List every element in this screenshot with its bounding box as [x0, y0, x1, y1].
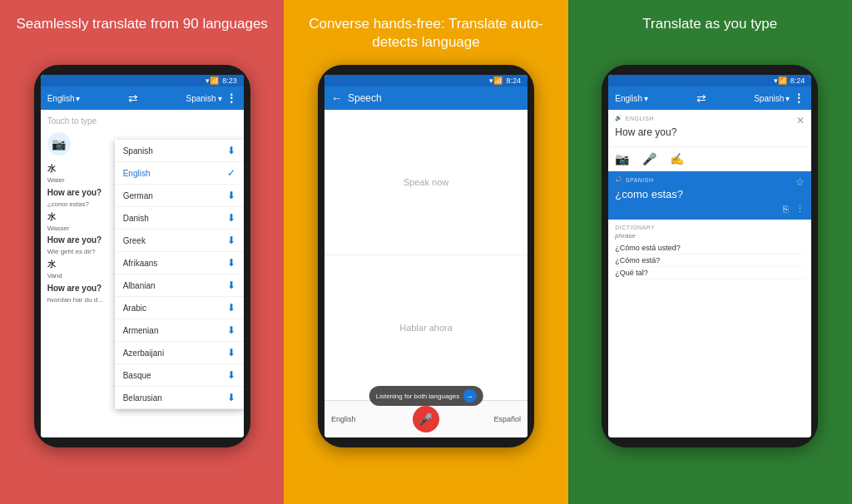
- panel-yellow: Converse hands-free: Translate auto-dete…: [284, 0, 567, 504]
- toolbar-3: English ▾ ⇄ Spanish ▾ ⋮: [608, 86, 811, 110]
- close-button[interactable]: ✕: [796, 115, 805, 126]
- speaker-icon-spanish: 🔊: [615, 176, 623, 183]
- dict-phrase: phrase: [615, 232, 805, 240]
- download-icon-armenian: ⬇: [227, 324, 235, 336]
- lang-tab-espanol[interactable]: Español: [493, 415, 521, 423]
- phone-1: ▾📶 8:23 English ▾ ⇄ Spanish ▾ ⋮: [34, 65, 250, 447]
- speech-toolbar: ← Speech: [324, 86, 528, 110]
- dropdown-item-basque[interactable]: Basque ⬇: [115, 364, 244, 387]
- handwriting-action-icon[interactable]: ✍: [670, 152, 684, 166]
- download-icon-azerbaijani: ⬇: [227, 347, 235, 358]
- dropdown-item-german[interactable]: German ⬇: [115, 185, 244, 207]
- panel3-title: Translate as you type: [642, 15, 777, 53]
- status-bar-3: ▾📶 8:24: [608, 75, 811, 86]
- speaker-icon-english: 🔊: [615, 115, 623, 121]
- toolbar-lang-from-3[interactable]: English ▾: [615, 94, 648, 103]
- dropdown-item-belarusian[interactable]: Belarusian ⬇: [115, 387, 244, 409]
- star-button[interactable]: ☆: [795, 176, 805, 188]
- speech-body: Speak now Hablar ahora: [324, 110, 528, 400]
- toolbar-swap-1[interactable]: ⇄: [83, 91, 182, 105]
- spanish-section: 🔊 SPANISH ☆ ¿como estas? ⎘ ⋮: [608, 171, 811, 220]
- toolbar-lang-to-1[interactable]: Spanish ▾: [186, 94, 222, 103]
- phone-1-screen: ▾📶 8:23 English ▾ ⇄ Spanish ▾ ⋮: [41, 75, 244, 437]
- speech-bottom-bar: Listening for both languages → English 🎤…: [324, 400, 528, 437]
- action-icons: 📷 🎤 ✍: [608, 147, 811, 171]
- dropdown-item-arabic[interactable]: Arabic ⬇: [115, 297, 244, 319]
- download-icon-danish: ⬇: [227, 212, 235, 224]
- language-dropdown[interactable]: Spanish ⬇ English ✓ German ⬇ Danish ⬇: [115, 140, 244, 409]
- download-icon-german: ⬇: [227, 190, 235, 201]
- status-time-1: 8:23: [222, 77, 237, 85]
- toolbar-more-3[interactable]: ⋮: [793, 91, 805, 105]
- dropdown-arrow-to-1: ▾: [218, 94, 222, 103]
- panel-red: Seamlessly translate from 90 languages ▾…: [0, 0, 284, 504]
- check-icon-english: ✓: [227, 167, 235, 179]
- panel2-title: Converse hands-free: Translate auto-dete…: [292, 15, 559, 53]
- camera-action-icon[interactable]: 📷: [615, 152, 629, 166]
- more-icon[interactable]: ⋮: [795, 204, 805, 215]
- mic-action-icon[interactable]: 🎤: [642, 152, 656, 166]
- dict-header: DICTIONARY: [615, 225, 805, 230]
- touch-to-type: Touch to type: [47, 116, 237, 126]
- toolbar-lang-from-1[interactable]: English ▾: [47, 94, 81, 103]
- dropdown-item-danish[interactable]: Danish ⬇: [115, 207, 244, 230]
- listening-tooltip: Listening for both languages →: [369, 386, 483, 406]
- english-label: 🔊 ENGLISH: [615, 115, 654, 121]
- dropdown-item-greek[interactable]: Greek ⬇: [115, 230, 244, 252]
- dropdown-arrow-1: ▾: [76, 94, 80, 103]
- wifi-icon-2: ▾📶: [489, 77, 503, 85]
- dropdown-item-albanian[interactable]: Albanian ⬇: [115, 274, 244, 297]
- download-icon-arabic: ⬇: [227, 302, 235, 314]
- english-text: How are you?: [615, 126, 805, 138]
- toolbar-more-1[interactable]: ⋮: [225, 91, 237, 105]
- download-icon-belarusian: ⬇: [227, 392, 235, 403]
- hablar-text: Hablar ahora: [399, 323, 453, 333]
- speak-now-text: Speak now: [404, 177, 448, 187]
- speak-now-area: Speak now: [324, 110, 528, 255]
- toolbar-1: English ▾ ⇄ Spanish ▾ ⋮: [41, 86, 244, 110]
- dropdown-arrow-from-3: ▾: [644, 94, 648, 103]
- screen1-body: Touch to type 📷 水 Water How are you? ¿co…: [41, 110, 244, 437]
- toolbar-swap-3[interactable]: ⇄: [651, 91, 750, 105]
- status-bar-1: ▾📶 8:23: [41, 75, 244, 86]
- panel1-title: Seamlessly translate from 90 languages: [16, 15, 267, 53]
- spanish-label: 🔊 SPANISH: [615, 176, 653, 183]
- dropdown-arrow-to-3: ▾: [785, 94, 790, 103]
- hablar-area: Hablar ahora: [324, 255, 528, 400]
- dict-item-3[interactable]: ¿Qué tal?: [615, 267, 805, 279]
- s3-body: 🔊 ENGLISH ✕ How are you? 📷 🎤 ✍: [608, 110, 811, 437]
- speech-toolbar-title: Speech: [348, 92, 382, 104]
- panel-green: Translate as you type ▾📶 8:24 English ▾ …: [568, 0, 852, 504]
- mic-button[interactable]: 🎤: [413, 406, 439, 432]
- dropdown-item-spanish[interactable]: Spanish ⬇: [115, 140, 244, 162]
- dropdown-item-azerbaijani[interactable]: Azerbaijani ⬇: [115, 342, 244, 364]
- dict-item-1[interactable]: ¿Cómo está usted?: [615, 242, 805, 254]
- spanish-text: ¿como estas?: [615, 188, 805, 200]
- download-icon-afrikaans: ⬇: [227, 257, 235, 269]
- status-time-3: 8:24: [790, 77, 805, 85]
- phone-2: ▾📶 8:24 ← Speech Speak now Hablar ahora: [318, 65, 534, 447]
- status-bar-2: ▾📶 8:24: [324, 75, 528, 86]
- copy-icon[interactable]: ⎘: [783, 204, 789, 215]
- lang-tabs-right: Español: [443, 415, 521, 423]
- back-button[interactable]: ←: [331, 91, 343, 105]
- dropdown-item-english[interactable]: English ✓: [115, 162, 244, 185]
- download-icon-basque: ⬇: [227, 369, 235, 381]
- wifi-icon-3: ▾📶: [774, 77, 787, 85]
- dictionary-section: DICTIONARY phrase ¿Cómo está usted? ¿Cóm…: [608, 220, 811, 284]
- camera-btn-1[interactable]: 📷: [47, 132, 71, 156]
- dropdown-item-afrikaans[interactable]: Afrikaans ⬇: [115, 252, 244, 274]
- dict-item-2[interactable]: ¿Cómo está?: [615, 254, 805, 267]
- phone-3: ▾📶 8:24 English ▾ ⇄ Spanish ▾ ⋮: [602, 65, 818, 447]
- download-icon-greek: ⬇: [227, 235, 235, 246]
- lang-tabs: English: [331, 415, 409, 423]
- wifi-icon: ▾📶: [206, 77, 219, 85]
- dropdown-item-armenian[interactable]: Armenian ⬇: [115, 319, 244, 342]
- phone-2-screen: ▾📶 8:24 ← Speech Speak now Hablar ahora: [324, 75, 528, 437]
- lang-tab-english[interactable]: English: [331, 415, 356, 423]
- download-icon-spanish: ⬇: [227, 145, 235, 156]
- status-time-2: 8:24: [506, 77, 521, 85]
- tooltip-arrow-btn[interactable]: →: [463, 389, 476, 403]
- phone-3-screen: ▾📶 8:24 English ▾ ⇄ Spanish ▾ ⋮: [608, 75, 811, 437]
- toolbar-lang-to-3[interactable]: Spanish ▾: [754, 94, 790, 103]
